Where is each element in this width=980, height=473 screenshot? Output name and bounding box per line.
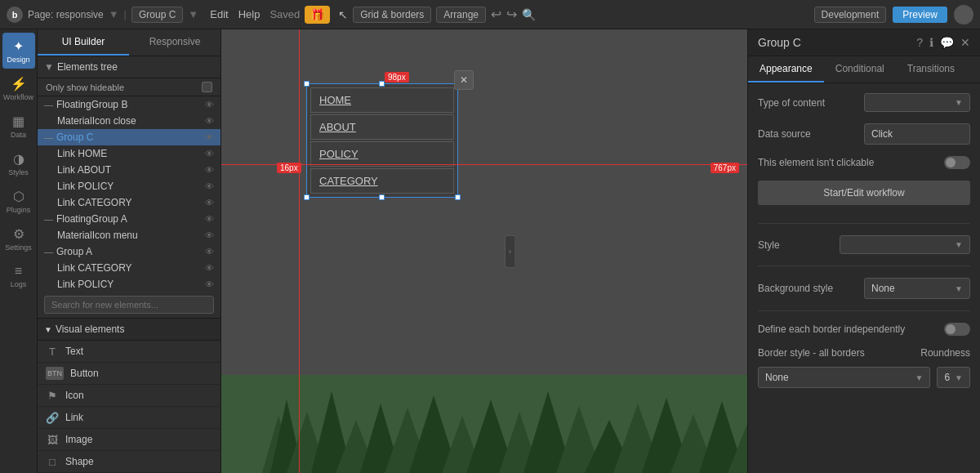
workflow-button[interactable]: Start/Edit workflow xyxy=(758,181,970,205)
settings-label: Settings xyxy=(5,243,32,252)
roundness-select[interactable]: 6 ▼ xyxy=(937,367,970,388)
border-style-label: Border style - all borders xyxy=(758,347,865,359)
tree-item-link-about-1[interactable]: Link ABOUT 👁 xyxy=(38,162,220,178)
tree-item-materialicon-close[interactable]: MaterialIcon close 👁 xyxy=(38,113,220,129)
tree-item-link-home-1[interactable]: Link HOME 👁 xyxy=(38,145,220,162)
only-hideable-label: Only show hideable xyxy=(46,83,124,92)
search-elements-input[interactable] xyxy=(44,296,214,314)
tree-item-floatinggroup-b[interactable]: — FloatingGroup B 👁 xyxy=(38,96,220,113)
data-source-field: Data source Click xyxy=(758,123,970,145)
panel-collapse-handle[interactable]: › xyxy=(505,235,514,268)
right-panel-header: Group C ? ℹ 💬 ✕ xyxy=(748,29,980,56)
image-icon: 🖼 xyxy=(46,433,59,446)
tree-item-group-a[interactable]: — Group A 👁 xyxy=(38,243,220,260)
edit-action[interactable]: Edit xyxy=(210,8,228,20)
grid-borders-button[interactable]: Grid & borders xyxy=(353,7,431,23)
design-nav[interactable]: ✦ Design xyxy=(2,33,35,69)
avatar[interactable] xyxy=(954,5,973,25)
border-style-select[interactable]: None ▼ xyxy=(758,367,930,388)
visibility-icon[interactable]: 👁 xyxy=(205,279,214,289)
nav-link-about[interactable]: ABOUT xyxy=(310,114,454,140)
nav-link-policy[interactable]: POLICY xyxy=(310,141,454,167)
ve-collapse-arrow[interactable]: ▼ xyxy=(44,325,52,334)
tab-conditional[interactable]: Conditional xyxy=(824,56,896,83)
help-icon[interactable]: ? xyxy=(916,36,923,49)
data-source-input[interactable]: Click xyxy=(864,123,970,145)
nav-link-home[interactable]: HOME xyxy=(310,87,454,113)
undo-icon[interactable]: ↩ xyxy=(491,7,501,22)
tab-ui-builder[interactable]: UI Builder xyxy=(38,29,129,56)
ve-item-shape[interactable]: □ Shape xyxy=(38,451,220,473)
tree-item-materialicon-menu[interactable]: MaterialIcon menu 👁 xyxy=(38,227,220,243)
tab-transitions[interactable]: Transitions xyxy=(896,56,966,83)
roundness-value: 6 xyxy=(944,372,950,383)
styles-nav[interactable]: ◑ Styles xyxy=(2,145,35,181)
tree-item-link-category-1[interactable]: Link CATEGORY 👁 xyxy=(38,194,220,211)
tab-appearance[interactable]: Appearance xyxy=(748,56,824,83)
type-of-content-select[interactable]: ▼ xyxy=(864,93,970,112)
cursor-icon[interactable]: ↖ xyxy=(338,8,348,21)
define-border-toggle[interactable] xyxy=(944,323,970,336)
preview-button[interactable]: Preview xyxy=(893,7,947,23)
info-icon[interactable]: ℹ xyxy=(929,36,933,49)
tab-responsive[interactable]: Responsive xyxy=(129,29,220,56)
elements-tree: — FloatingGroup B 👁 MaterialIcon close 👁… xyxy=(38,96,220,292)
topbar: b Page: responsive ▼ | Group C ▼ Edit He… xyxy=(0,0,980,29)
tree-item-label: MaterialIcon menu xyxy=(57,230,138,241)
arrange-button[interactable]: Arrange xyxy=(436,7,486,23)
ve-item-image[interactable]: 🖼 Image xyxy=(38,429,220,451)
tree-item-link-category-2[interactable]: Link CATEGORY 👁 xyxy=(38,260,220,276)
close-button[interactable]: ✕ xyxy=(454,70,474,90)
collapse-icon: — xyxy=(44,247,53,257)
visibility-icon[interactable]: 👁 xyxy=(205,263,214,273)
tree-item-floatinggroup-a[interactable]: — FloatingGroup A 👁 xyxy=(38,211,220,227)
ve-item-button[interactable]: BTN Button xyxy=(38,363,220,385)
nav-link-category[interactable]: CATEGORY xyxy=(310,168,454,194)
tree-item-link-policy-2[interactable]: Link POLICY 👁 xyxy=(38,276,220,292)
visibility-icon[interactable]: 👁 xyxy=(205,198,214,207)
visibility-icon[interactable]: 👁 xyxy=(205,165,214,175)
canvas[interactable]: 98px 16px 767px ✕ HOME ABOUT POLICY CATE… xyxy=(221,29,747,473)
tree-item-group-c[interactable]: — Group C 👁 xyxy=(38,129,220,145)
collapse-icon: — xyxy=(44,214,53,224)
ve-item-link[interactable]: 🔗 Link xyxy=(38,407,220,429)
visibility-icon[interactable]: 👁 xyxy=(205,247,214,257)
visibility-icon[interactable]: 👁 xyxy=(205,181,214,191)
tree-item-label: Link POLICY xyxy=(57,279,114,290)
divider-2 xyxy=(758,266,970,266)
data-nav[interactable]: ▦ Data xyxy=(2,108,35,144)
not-clickable-toggle[interactable] xyxy=(944,156,970,169)
data-source-label: Data source xyxy=(758,128,858,140)
background-style-select[interactable]: None ▼ xyxy=(864,278,970,299)
redo-icon[interactable]: ↪ xyxy=(506,7,517,22)
visibility-icon[interactable]: 👁 xyxy=(205,116,214,126)
only-hideable-checkbox[interactable] xyxy=(202,82,212,92)
roundness-arrow: ▼ xyxy=(955,373,963,382)
visibility-icon[interactable]: 👁 xyxy=(205,230,214,240)
help-action[interactable]: Help xyxy=(238,8,261,20)
ve-item-icon[interactable]: ⚑ Icon xyxy=(38,385,220,407)
plugins-nav[interactable]: ⬡ Plugins xyxy=(2,183,35,219)
gift-icon[interactable]: 🎁 xyxy=(305,6,330,24)
visibility-icon[interactable]: 👁 xyxy=(205,149,214,158)
logs-nav[interactable]: ≡ Logs xyxy=(2,258,35,294)
comment-icon[interactable]: 💬 xyxy=(940,36,954,49)
style-select[interactable]: ▼ xyxy=(840,235,970,254)
tree-item-label: Group A xyxy=(56,246,92,257)
nav-group[interactable]: HOME ABOUT POLICY CATEGORY xyxy=(306,83,458,198)
styles-icon: ◑ xyxy=(13,151,24,167)
workflow-nav[interactable]: ⚡ Workflow xyxy=(2,70,35,106)
group-label[interactable]: Group C xyxy=(131,7,183,23)
visibility-icon[interactable]: 👁 xyxy=(205,132,214,142)
visibility-icon[interactable]: 👁 xyxy=(205,214,214,224)
ve-item-text[interactable]: T Text xyxy=(38,341,220,363)
visibility-icon[interactable]: 👁 xyxy=(205,100,214,109)
development-button[interactable]: Development xyxy=(814,7,887,23)
tree-item-link-policy-1[interactable]: Link POLICY 👁 xyxy=(38,178,220,194)
tree-toggle-arrow[interactable]: ▼ xyxy=(44,61,54,73)
close-panel-icon[interactable]: ✕ xyxy=(960,36,970,49)
background-style-value: None xyxy=(871,283,895,294)
visual-elements-label: Visual elements xyxy=(56,324,125,335)
search-icon[interactable]: 🔍 xyxy=(522,8,536,21)
settings-nav[interactable]: ⚙ Settings xyxy=(2,221,35,257)
